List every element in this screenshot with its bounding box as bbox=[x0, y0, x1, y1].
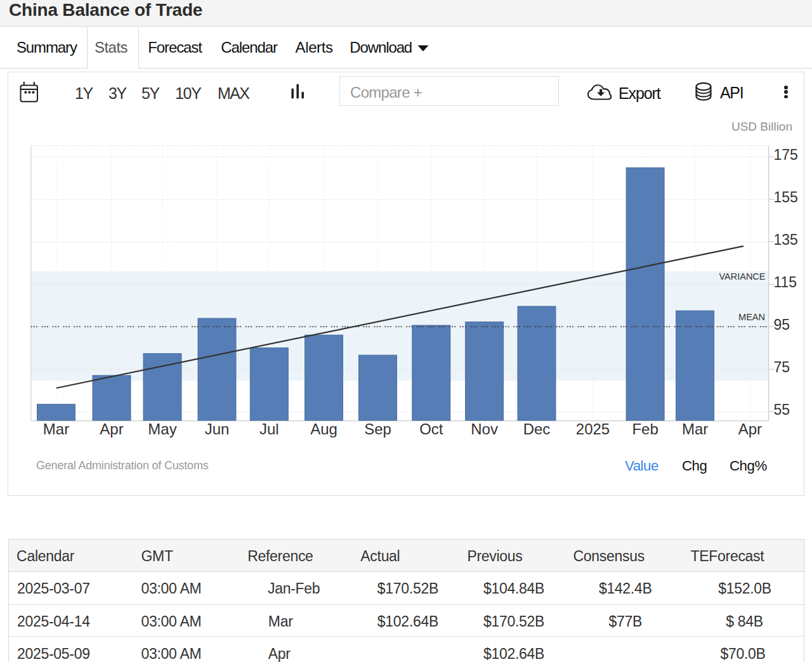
svg-text:Aug: Aug bbox=[310, 420, 337, 438]
svg-text:Apr: Apr bbox=[100, 420, 123, 438]
svg-text:USD Billion: USD Billion bbox=[731, 120, 792, 133]
svg-text:175: 175 bbox=[773, 146, 797, 163]
svg-text:Oct: Oct bbox=[419, 420, 443, 438]
svg-text:55: 55 bbox=[773, 401, 790, 418]
svg-text:Jul: Jul bbox=[259, 420, 279, 438]
svg-text:75: 75 bbox=[773, 359, 790, 375]
svg-text:VARIANCE: VARIANCE bbox=[719, 271, 765, 282]
svg-text:Sep: Sep bbox=[364, 420, 391, 438]
svg-text:Jun: Jun bbox=[205, 420, 230, 438]
svg-text:Nov: Nov bbox=[471, 420, 498, 438]
svg-text:Mar: Mar bbox=[682, 420, 708, 438]
svg-text:135: 135 bbox=[773, 231, 797, 248]
svg-text:95: 95 bbox=[773, 316, 790, 333]
svg-text:Feb: Feb bbox=[632, 420, 658, 438]
svg-text:Mar: Mar bbox=[43, 420, 69, 438]
svg-text:2025: 2025 bbox=[576, 420, 610, 438]
svg-text:155: 155 bbox=[773, 189, 797, 205]
svg-text:May: May bbox=[148, 420, 176, 438]
svg-text:Dec: Dec bbox=[523, 420, 551, 438]
svg-text:115: 115 bbox=[773, 274, 797, 290]
svg-text:MEAN: MEAN bbox=[738, 312, 765, 322]
svg-text:Apr: Apr bbox=[738, 420, 762, 438]
